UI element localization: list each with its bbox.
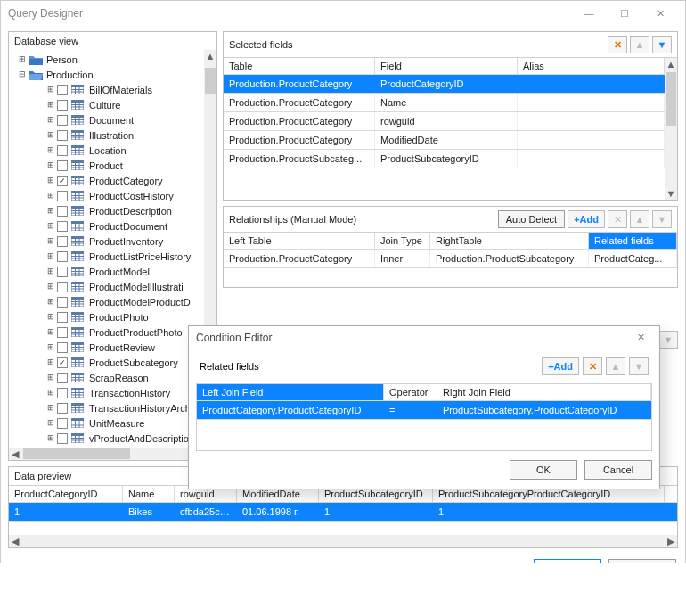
table-checkbox[interactable]: [57, 403, 68, 414]
col-right-join-field[interactable]: Right Join Field: [437, 384, 651, 400]
expander-icon[interactable]: ⊞: [46, 222, 55, 231]
expander-icon[interactable]: ⊞: [46, 328, 55, 337]
preview-col[interactable]: ProductCategoryID: [9, 486, 123, 502]
tree-node-table[interactable]: ⊞ProductPhoto: [12, 309, 216, 324]
expander-icon[interactable]: ⊞: [46, 389, 55, 398]
rel-move-up-button[interactable]: ▲: [630, 210, 649, 228]
selected-field-row[interactable]: Production.ProductSubcateg...ProductSubc…: [224, 150, 665, 168]
selected-fields-grid[interactable]: Table Field Alias Production.ProductCate…: [224, 58, 665, 200]
selected-field-row[interactable]: Production.ProductCategoryProductCategor…: [224, 75, 665, 94]
preview-horizontal-scrollbar[interactable]: ◀ ▶: [9, 535, 677, 547]
col-left-table[interactable]: Left Table: [224, 233, 375, 249]
minimize-button[interactable]: —: [571, 1, 607, 26]
table-checkbox[interactable]: [57, 206, 68, 217]
table-checkbox[interactable]: [57, 297, 68, 308]
relationship-row[interactable]: Production.ProductCategory Inner Product…: [224, 250, 677, 268]
expander-icon[interactable]: ⊞: [46, 207, 55, 216]
expander-icon[interactable]: ⊟: [18, 70, 27, 79]
expander-icon[interactable]: ⊞: [46, 101, 55, 110]
table-checkbox[interactable]: [57, 282, 68, 292]
scroll-thumb[interactable]: [666, 72, 676, 126]
condition-row[interactable]: ProductCategory.ProductCategoryID = Prod…: [197, 401, 651, 420]
add-relationship-button[interactable]: +Add: [568, 210, 605, 228]
close-button[interactable]: ✕: [642, 1, 678, 26]
expander-icon[interactable]: ⊞: [46, 146, 55, 155]
cond-move-up-button[interactable]: ▲: [606, 357, 625, 375]
tree-node-table[interactable]: ⊞ProductInventory: [12, 234, 216, 249]
scroll-left-icon[interactable]: ◀: [9, 535, 21, 547]
condition-cancel-button[interactable]: Cancel: [584, 460, 652, 480]
table-checkbox[interactable]: [57, 267, 68, 277]
scroll-left-icon[interactable]: ◀: [9, 448, 21, 460]
tree-node-production[interactable]: ⊟ Production: [12, 67, 216, 82]
expander-icon[interactable]: ⊞: [46, 358, 55, 367]
tree-node-table[interactable]: ⊞Location: [12, 143, 216, 158]
tree-node-table[interactable]: ⊞ScrapReason: [12, 370, 216, 385]
expander-icon[interactable]: ⊞: [46, 374, 55, 382]
tree-node-table[interactable]: ⊞Culture: [12, 97, 216, 112]
tree-node-table[interactable]: ⊞Illustration: [12, 127, 216, 143]
tree-node-table[interactable]: ⊞ProductProductPhoto: [12, 324, 216, 340]
expander-icon[interactable]: ⊞: [46, 298, 55, 307]
tree-node-person[interactable]: ⊞ Person: [12, 52, 216, 67]
tree-node-table[interactable]: ⊞Product: [12, 158, 216, 173]
remove-field-button[interactable]: ✕: [608, 36, 627, 53]
expander-icon[interactable]: ⊞: [46, 237, 55, 246]
tree-node-table[interactable]: ⊞ProductCategory: [12, 173, 216, 188]
remove-relationship-button[interactable]: ✕: [608, 210, 627, 228]
col-join-type[interactable]: Join Type: [375, 233, 430, 249]
col-right-table[interactable]: RightTable: [430, 233, 589, 249]
table-checkbox[interactable]: [57, 312, 68, 323]
expander-icon[interactable]: ⊞: [46, 86, 55, 94]
table-checkbox[interactable]: [57, 100, 68, 111]
table-checkbox[interactable]: [57, 357, 68, 368]
preview-row[interactable]: 1Bikescfbda25c-...01.06.1998 г.11: [9, 503, 677, 522]
table-checkbox[interactable]: [57, 388, 68, 398]
expander-icon[interactable]: ⊞: [46, 283, 55, 292]
table-checkbox[interactable]: [57, 191, 68, 201]
table-checkbox[interactable]: [57, 145, 68, 156]
maximize-button[interactable]: ☐: [607, 1, 642, 26]
table-checkbox[interactable]: [57, 115, 68, 126]
ok-button[interactable]: OK: [534, 559, 601, 563]
tree-node-table[interactable]: ⊞ProductModel: [12, 264, 216, 279]
tree-node-table[interactable]: ⊞Document: [12, 112, 216, 127]
scroll-right-icon[interactable]: ▶: [665, 535, 677, 547]
table-checkbox[interactable]: [57, 418, 68, 429]
expander-icon[interactable]: ⊞: [18, 55, 27, 64]
selected-fields-scrollbar[interactable]: ▲ ▼: [665, 58, 677, 200]
condition-ok-button[interactable]: OK: [510, 460, 577, 480]
scroll-thumb[interactable]: [205, 68, 216, 94]
add-condition-button[interactable]: +Add: [542, 357, 579, 375]
tree-node-table[interactable]: ⊞TransactionHistoryArch: [12, 400, 216, 415]
table-checkbox[interactable]: [57, 160, 68, 171]
selected-field-row[interactable]: Production.ProductCategoryName: [224, 94, 665, 112]
col-field[interactable]: Field: [375, 58, 518, 74]
scroll-down-icon[interactable]: ▼: [665, 187, 677, 200]
scroll-up-icon[interactable]: ▲: [665, 58, 677, 70]
expander-icon[interactable]: ⊞: [46, 131, 55, 140]
expander-icon[interactable]: ⊞: [46, 313, 55, 322]
tree-node-table[interactable]: ⊞UnitMeasure: [12, 415, 216, 431]
expander-icon[interactable]: ⊞: [46, 267, 55, 276]
col-left-join-field[interactable]: Left Join Field: [197, 384, 384, 400]
col-alias[interactable]: Alias: [518, 58, 665, 74]
tree-node-table[interactable]: ⊞ProductListPriceHistory: [12, 249, 216, 264]
table-checkbox[interactable]: [57, 433, 68, 444]
expander-icon[interactable]: ⊞: [46, 177, 55, 185]
table-checkbox[interactable]: [57, 327, 68, 338]
table-checkbox[interactable]: [57, 221, 68, 232]
table-checkbox[interactable]: [57, 342, 68, 353]
col-related-fields[interactable]: Related fields: [589, 233, 677, 249]
table-checkbox[interactable]: [57, 85, 68, 95]
database-tree[interactable]: ⊞ Person ⊟ Production ⊞BillOfMaterials⊞C…: [9, 50, 216, 448]
move-up-button[interactable]: ▲: [630, 36, 649, 53]
tree-horizontal-scrollbar[interactable]: ◀ ▶: [9, 448, 216, 460]
preview-col[interactable]: Name: [123, 486, 175, 502]
selected-field-row[interactable]: Production.ProductCategoryModifiedDate: [224, 131, 665, 150]
expander-icon[interactable]: ⊞: [46, 116, 55, 125]
remove-condition-button[interactable]: ✕: [583, 357, 602, 375]
table-checkbox[interactable]: [57, 373, 68, 383]
expander-icon[interactable]: ⊞: [46, 419, 55, 428]
col-operator[interactable]: Operator: [384, 384, 437, 400]
